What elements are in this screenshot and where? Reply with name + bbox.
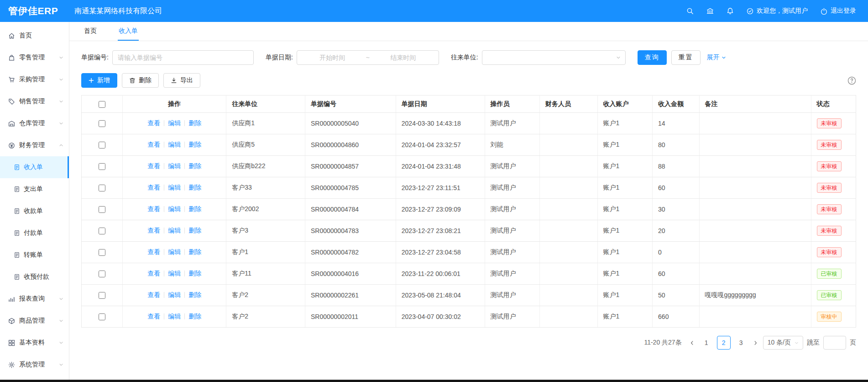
partner-select[interactable] [482, 50, 626, 65]
report-icon [8, 296, 15, 302]
date-end-input[interactable] [372, 54, 434, 61]
sidebar-subitem-payment[interactable]: 付款单 [0, 222, 69, 244]
jump-page-input[interactable] [823, 336, 846, 350]
partner-cell: 客户2002 [226, 199, 305, 220]
row-checkbox[interactable] [99, 206, 105, 213]
view-link[interactable]: 查看 [147, 184, 160, 191]
view-link[interactable]: 查看 [147, 248, 160, 255]
bell-icon[interactable] [727, 7, 734, 15]
partner-cell: 客户33 [226, 177, 305, 199]
app-logo[interactable]: 管伊佳ERP [0, 5, 58, 17]
view-link[interactable]: 查看 [147, 141, 160, 148]
view-link[interactable]: 查看 [147, 313, 160, 320]
view-link[interactable]: 查看 [147, 291, 160, 298]
sidebar-item-report[interactable]: 报表查询 [0, 288, 69, 310]
sidebar-item-label: 基本资料 [19, 339, 59, 347]
action-divider [164, 292, 164, 298]
delete-link[interactable]: 删除 [188, 227, 201, 234]
delete-link[interactable]: 删除 [188, 119, 201, 127]
sidebar-item-warehouse[interactable]: 仓库管理 [0, 112, 69, 134]
expand-toggle[interactable]: 展开 [707, 53, 726, 62]
action-divider [164, 271, 164, 276]
logout-button[interactable]: 退出登录 [821, 7, 856, 15]
bill-date-cell: 2024-03-30 14:43:18 [396, 113, 485, 134]
view-link[interactable]: 查看 [147, 162, 160, 170]
tab-home[interactable]: 首页 [83, 22, 98, 41]
row-checkbox[interactable] [99, 228, 105, 234]
sidebar-subitem-expense[interactable]: 支出单 [0, 178, 69, 200]
account-cell: 账户1 [597, 306, 652, 328]
row-checkbox[interactable] [99, 249, 105, 256]
edit-link[interactable]: 编辑 [168, 227, 181, 234]
edit-link[interactable]: 编辑 [168, 119, 181, 127]
prev-page-button[interactable] [688, 340, 696, 345]
page-button-1[interactable]: 1 [700, 336, 713, 350]
sidebar-subitem-transfer[interactable]: 转账单 [0, 244, 69, 266]
doc-icon [14, 252, 20, 258]
row-checkbox[interactable] [99, 120, 105, 127]
delete-link[interactable]: 删除 [188, 248, 201, 255]
row-checkbox[interactable] [99, 313, 105, 320]
delete-link[interactable]: 删除 [188, 205, 201, 212]
search-button[interactable]: 查询 [638, 50, 667, 65]
status-cell: 未审核 [811, 220, 856, 242]
sidebar-item-sales[interactable]: 销售管理 [0, 90, 69, 112]
search-icon[interactable] [686, 7, 694, 15]
edit-link[interactable]: 编辑 [168, 248, 181, 255]
delete-link[interactable]: 删除 [188, 270, 201, 277]
edit-link[interactable]: 编辑 [168, 205, 181, 212]
sidebar-subitem-income[interactable]: 收入单 [0, 156, 69, 178]
page-button-3[interactable]: 3 [734, 336, 748, 350]
edit-link[interactable]: 编辑 [168, 270, 181, 277]
delete-button[interactable]: 删除 [122, 73, 159, 88]
delete-link[interactable]: 删除 [188, 184, 201, 191]
sidebar-item-finance[interactable]: 财务管理 [0, 134, 69, 156]
help-icon[interactable] [847, 76, 856, 85]
edit-link[interactable]: 编辑 [168, 313, 181, 320]
tab-income[interactable]: 收入单 [118, 22, 139, 41]
purchase-icon [8, 76, 15, 83]
row-checkbox[interactable] [99, 271, 105, 277]
bank-icon[interactable] [706, 7, 714, 15]
view-link[interactable]: 查看 [147, 119, 160, 127]
status-badge: 未审核 [817, 183, 842, 193]
edit-link[interactable]: 编辑 [168, 141, 181, 148]
row-checkbox[interactable] [99, 292, 105, 299]
reset-button-label: 重置 [679, 53, 693, 62]
add-button[interactable]: 新增 [81, 73, 117, 88]
page-size-select[interactable]: 10 条/页 [763, 336, 803, 350]
delete-link[interactable]: 删除 [188, 291, 201, 298]
export-button[interactable]: 导出 [163, 73, 200, 88]
reset-button[interactable]: 重置 [671, 50, 701, 65]
row-checkbox[interactable] [99, 163, 105, 170]
user-welcome[interactable]: 欢迎您，测试用户 [747, 7, 808, 15]
sidebar-subitem-advance[interactable]: 收预付款 [0, 266, 69, 288]
select-all-checkbox[interactable] [99, 101, 105, 108]
edit-link[interactable]: 编辑 [168, 162, 181, 170]
row-checkbox[interactable] [99, 185, 105, 191]
delete-link[interactable]: 删除 [188, 313, 201, 320]
bill-no-input[interactable] [112, 50, 254, 65]
view-link[interactable]: 查看 [147, 270, 160, 277]
sidebar-item-basedata[interactable]: 基本资料 [0, 332, 69, 354]
sidebar-subitem-receipt[interactable]: 收款单 [0, 200, 69, 222]
delete-link[interactable]: 删除 [188, 141, 201, 148]
date-start-input[interactable] [302, 54, 363, 61]
remark-cell [699, 263, 811, 285]
row-checkbox[interactable] [99, 142, 105, 149]
sidebar-item-system[interactable]: 系统管理 [0, 354, 69, 376]
view-link[interactable]: 查看 [147, 227, 160, 234]
edit-link[interactable]: 编辑 [168, 291, 181, 298]
action-divider [184, 313, 185, 319]
next-page-button[interactable] [752, 340, 759, 345]
sidebar-item-retail[interactable]: 零售管理 [0, 47, 69, 69]
warehouse-icon [8, 120, 15, 127]
sidebar-item-home[interactable]: 首页 [0, 25, 69, 47]
edit-link[interactable]: 编辑 [168, 184, 181, 191]
delete-link[interactable]: 删除 [188, 162, 201, 170]
date-range-picker[interactable]: ~ [297, 50, 439, 65]
sidebar-item-goods[interactable]: 商品管理 [0, 310, 69, 332]
sidebar-item-purchase[interactable]: 采购管理 [0, 69, 69, 90]
page-button-2[interactable]: 2 [717, 336, 731, 350]
view-link[interactable]: 查看 [147, 205, 160, 212]
